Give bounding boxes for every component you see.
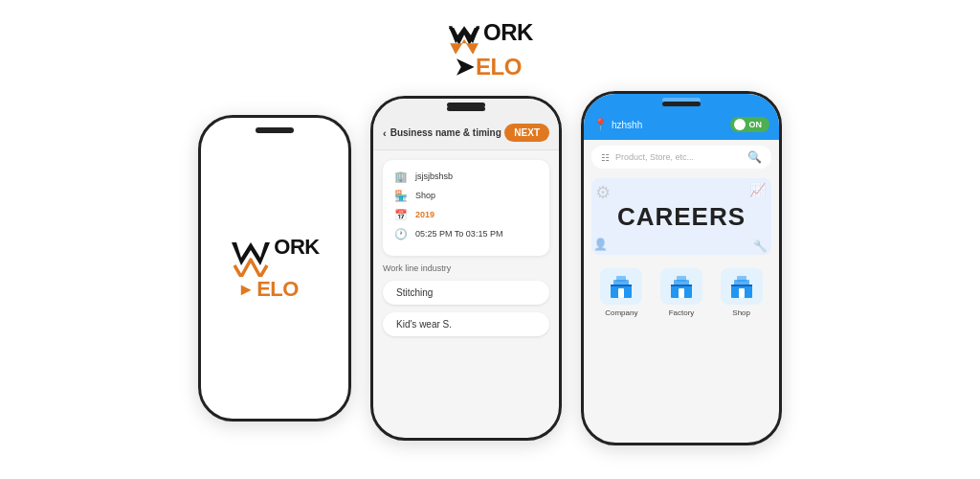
- phone1-logo: ORK ► ELO: [230, 235, 319, 302]
- center-logo: ORK ➤ ELO: [447, 19, 533, 80]
- search-placeholder: Product, Store, etc...: [615, 152, 742, 162]
- shop-icon-box: [721, 268, 763, 305]
- phone-2: ‹ Business name & timing NEXT 🏢 jsjsjbsh…: [370, 96, 562, 441]
- shop-store-icon: [728, 273, 755, 300]
- category-icons-row: Company Factory: [584, 259, 779, 327]
- toggle-label: ON: [749, 120, 763, 129]
- svg-rect-5: [618, 288, 624, 298]
- phone1-w-icon: [230, 235, 272, 277]
- chip-stitching[interactable]: Stitching: [383, 281, 549, 305]
- careers-banner-text: CAREERS: [617, 202, 746, 232]
- chart-icon: 📈: [749, 182, 766, 197]
- back-chevron-icon: ‹: [383, 127, 387, 139]
- center-logo-elo: ELO: [476, 54, 522, 80]
- company-icon-box: [600, 268, 642, 305]
- location-pin-icon: 📍: [593, 118, 608, 131]
- next-button[interactable]: NEXT: [504, 124, 549, 142]
- toggle-circle-icon: [734, 119, 746, 130]
- person-icon: 👤: [593, 238, 608, 251]
- work-line-industry-label: Work line industry: [373, 256, 559, 277]
- tools-icon: 🔧: [753, 240, 768, 253]
- chip-kidswear[interactable]: Kid's wear S.: [383, 312, 549, 336]
- svg-rect-6: [611, 285, 632, 286]
- phone2-title: Business name & timing: [390, 127, 501, 138]
- business-timing-row: 🕐 05:25 PM To 03:15 PM: [394, 227, 538, 240]
- shop-icon: 🏪: [394, 189, 408, 202]
- business-timing-value: 05:25 PM To 03:15 PM: [415, 229, 502, 239]
- svg-rect-15: [739, 288, 745, 298]
- svg-rect-16: [731, 285, 752, 286]
- center-logo-ork: ORK: [483, 21, 533, 44]
- phone2-info-card: 🏢 jsjsjbshsb 🏪 Shop 📅 2019 🕐 05:25 PM To…: [383, 160, 549, 256]
- svg-rect-4: [616, 276, 626, 282]
- phone3-header: 📍 hzhshh ON: [584, 105, 779, 140]
- calendar-icon: 📅: [394, 208, 408, 221]
- building-icon: 🏢: [394, 170, 408, 183]
- location-row[interactable]: 📍 hzhshh: [593, 118, 642, 131]
- careers-banner: ⚙ 📈 👤 🔧 CAREERS: [591, 178, 771, 255]
- location-name: hzhshh: [612, 120, 642, 130]
- phone1-elo-text: ELO: [256, 277, 299, 302]
- center-logo-w-icon: [447, 19, 481, 54]
- clock-icon: 🕐: [394, 227, 408, 240]
- shop-label: Shop: [732, 308, 750, 317]
- business-type-row: 🏪 Shop: [394, 189, 538, 202]
- factory-label: Factory: [669, 308, 695, 317]
- svg-rect-10: [679, 288, 684, 298]
- filter-icon: ☷: [601, 152, 610, 163]
- phone2-back-nav[interactable]: ‹ Business name & timing: [383, 127, 501, 139]
- business-name-row: 🏢 jsjsjbshsb: [394, 170, 538, 183]
- company-label: Company: [605, 308, 637, 317]
- category-shop[interactable]: Shop: [721, 268, 763, 317]
- business-type-value: Shop: [415, 191, 435, 200]
- business-year-value: 2019: [415, 210, 434, 219]
- search-bar[interactable]: ☷ Product, Store, etc... 🔍: [591, 146, 771, 169]
- phone-3: 📍 hzhshh ON ☷ Product, Store, etc... 🔍 ⚙…: [581, 91, 782, 445]
- phone-1: ORK ► ELO: [198, 115, 351, 422]
- category-factory[interactable]: Factory: [660, 268, 702, 317]
- phone2-header: ‹ Business name & timing NEXT: [373, 110, 559, 150]
- svg-rect-11: [671, 285, 692, 286]
- company-store-icon: [608, 273, 635, 300]
- factory-icon-box: [660, 268, 702, 305]
- factory-store-icon: [668, 273, 695, 300]
- on-off-toggle[interactable]: ON: [730, 117, 770, 132]
- phones-container: ORK ► ELO ‹ Business name & timing NEXT …: [198, 91, 782, 445]
- search-magnifier-icon: 🔍: [747, 150, 762, 164]
- business-name-value: jsjsjbshsb: [415, 171, 453, 181]
- category-company[interactable]: Company: [600, 268, 642, 317]
- business-year-row: 📅 2019: [394, 208, 538, 221]
- phone1-ork-text: ORK: [274, 237, 319, 258]
- gear-icon: ⚙: [595, 182, 611, 203]
- svg-rect-9: [677, 276, 686, 282]
- svg-rect-14: [737, 276, 746, 282]
